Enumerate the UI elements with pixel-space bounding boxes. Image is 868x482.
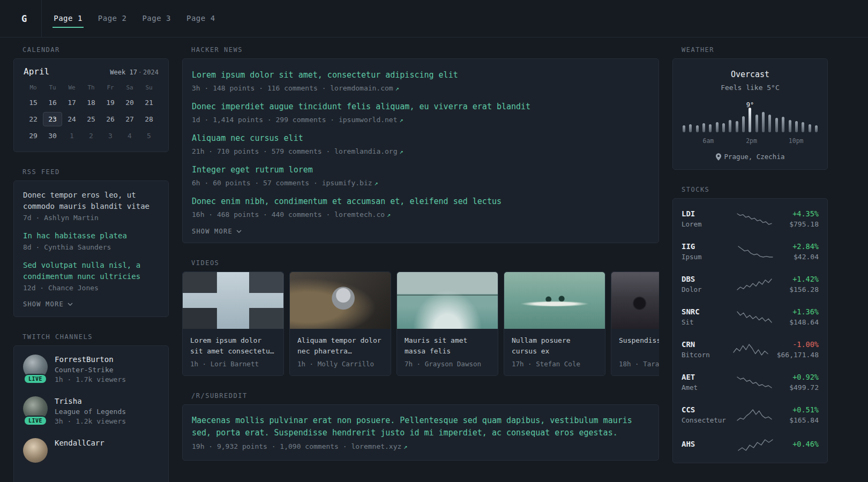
calendar-day[interactable]: 5 xyxy=(139,129,159,143)
page-tab[interactable]: Page 1 xyxy=(46,0,90,37)
stock-row[interactable]: SNRC Sit +1.36% $148.64 xyxy=(682,300,819,333)
weather-bar xyxy=(689,124,692,132)
page-tab-label: Page 1 xyxy=(53,10,84,28)
weather-feels-like: Feels like 5°C xyxy=(683,84,818,92)
stock-id: DBS Dolor xyxy=(682,275,729,293)
channel-game[interactable]: Counter-Strike xyxy=(55,366,126,374)
twitch-channel-row[interactable]: KendallCarr xyxy=(23,438,159,463)
video-thumbnail[interactable] xyxy=(290,272,391,329)
channel-name[interactable]: ForrestBurton xyxy=(55,355,126,364)
hn-item-domain-link[interactable]: ipsumworld.net↗ xyxy=(339,116,403,124)
calendar-day[interactable]: 26 xyxy=(101,112,120,126)
subreddit-post-title[interactable]: Maecenas mollis pulvinar erat non posuer… xyxy=(192,415,649,439)
calendar-day[interactable]: 19 xyxy=(101,95,120,110)
video-title[interactable]: Nullam posuere cursus ex xyxy=(512,335,597,357)
hn-item-domain-link[interactable]: ipsumify.biz↗ xyxy=(322,179,378,187)
video-thumbnail[interactable] xyxy=(183,272,283,329)
channel-name[interactable]: KendallCarr xyxy=(55,439,104,447)
calendar-day[interactable]: 25 xyxy=(81,112,101,126)
video-thumbnail[interactable] xyxy=(504,272,605,329)
hn-item-title[interactable]: Donec imperdiet augue tincidunt felis al… xyxy=(192,101,649,112)
video-meta: 1h · Molly Carrillo xyxy=(297,360,383,368)
calendar-day[interactable]: 4 xyxy=(120,129,139,143)
calendar-day[interactable]: 18 xyxy=(81,95,101,110)
app-logo[interactable]: G xyxy=(13,0,42,37)
video-thumbnail[interactable] xyxy=(397,272,498,329)
hn-item-title[interactable]: Aliquam nec cursus elit xyxy=(192,133,649,144)
calendar-day[interactable]: 1 xyxy=(62,129,81,143)
calendar-day[interactable]: 20 xyxy=(120,95,139,110)
weather-bar xyxy=(716,122,719,132)
calendar-day[interactable]: 23 xyxy=(43,112,62,126)
video-title[interactable]: Mauris sit amet massa felis xyxy=(405,335,490,357)
video-card[interactable]: Nullam posuere cursus ex 17h · Stefan Co… xyxy=(504,272,605,376)
weather-bar xyxy=(696,125,699,132)
calendar-day[interactable]: 21 xyxy=(139,95,159,110)
page-tab[interactable]: Page 3 xyxy=(134,0,178,37)
hn-list: Lorem ipsum dolor sit amet, consectetur … xyxy=(192,70,649,220)
twitch-channel-row[interactable]: LIVE ForrestBurton Counter-Strike 1h · 1… xyxy=(23,355,159,383)
hn-item-domain-link[interactable]: loremtech.co↗ xyxy=(334,210,391,219)
channel-game[interactable]: League of Legends xyxy=(55,408,126,416)
video-card[interactable]: Lorem ipsum dolor sit amet consectetu… 1… xyxy=(182,272,284,376)
calendar-weekday: Mo xyxy=(24,82,43,95)
hn-item-stats: 1d · 1,414 points · 299 comments · xyxy=(192,116,339,124)
rss-item-title[interactable]: Sed volutpat nulla nisl, a condimentum n… xyxy=(23,260,159,282)
hn-item: Aliquam nec cursus elit 21h · 710 points… xyxy=(192,133,649,156)
video-title[interactable]: Lorem ipsum dolor sit amet consectetu… xyxy=(190,335,276,357)
calendar-day[interactable]: 30 xyxy=(43,129,62,143)
hn-show-more-button[interactable]: SHOW MORE xyxy=(192,228,242,235)
stock-row[interactable]: IIG Ipsum +2.84% $42.04 xyxy=(682,235,819,268)
hacker-news-widget: HACKER NEWS Lorem ipsum dolor sit amet, … xyxy=(182,46,659,243)
stock-row[interactable]: DBS Dolor +1.42% $156.28 xyxy=(682,268,819,300)
video-card[interactable]: Suspendisse diam 18h · Tara xyxy=(611,272,659,376)
stock-row[interactable]: CCS Consectetur +0.51% $165.84 xyxy=(682,398,819,431)
rss-show-more-button[interactable]: SHOW MORE xyxy=(23,300,73,308)
video-title[interactable]: Aliquam tempor dolor nec pharetra… xyxy=(297,335,383,357)
stock-name: Bitcorn xyxy=(682,351,729,359)
twitch-channel-row[interactable]: LIVE Trisha League of Legends 3h · 1.2k … xyxy=(23,396,159,425)
calendar-day[interactable]: 29 xyxy=(24,129,43,143)
calendar-day[interactable]: 24 xyxy=(62,112,81,126)
stock-values: +4.35% $795.18 xyxy=(789,209,819,228)
hn-item-title[interactable]: Integer eget rutrum lorem xyxy=(192,164,649,176)
stock-price: $499.72 xyxy=(789,383,819,391)
video-card[interactable]: Mauris sit amet massa felis 7h · Grayson… xyxy=(396,272,498,376)
calendar-day[interactable]: 28 xyxy=(139,112,159,126)
stock-id: SNRC Sit xyxy=(682,307,729,326)
stock-id: LDI Lorem xyxy=(682,209,729,228)
subreddit-post-domain-link[interactable]: loremnet.xyz↗ xyxy=(351,442,407,450)
calendar-day[interactable]: 27 xyxy=(120,112,139,126)
chevron-down-icon xyxy=(68,303,73,306)
hn-item-title[interactable]: Lorem ipsum dolor sit amet, consectetur … xyxy=(192,70,649,81)
calendar-day[interactable]: 22 xyxy=(24,112,43,126)
stock-row[interactable]: AET Amet +0.92% $499.72 xyxy=(682,366,819,398)
hn-item-meta: 21h · 710 points · 579 comments · loreml… xyxy=(192,147,649,156)
calendar-day[interactable]: 15 xyxy=(24,95,43,110)
calendar-day[interactable]: 2 xyxy=(81,129,101,143)
hn-item-domain: ipsumify.biz xyxy=(322,179,372,187)
calendar-day[interactable]: 17 xyxy=(62,95,81,110)
hn-item-title[interactable]: Donec enim nibh, condimentum et accumsan… xyxy=(192,196,649,207)
page-tab[interactable]: Page 4 xyxy=(179,0,223,37)
calendar-day[interactable]: 3 xyxy=(101,129,120,143)
video-thumbnail[interactable] xyxy=(611,272,659,329)
stock-row[interactable]: AHS +0.46% xyxy=(682,431,819,459)
video-title[interactable]: Suspendisse diam xyxy=(619,335,659,357)
channel-name[interactable]: Trisha xyxy=(55,397,126,405)
calendar-day[interactable]: 16 xyxy=(43,95,62,110)
video-card-body: Mauris sit amet massa felis 7h · Grayson… xyxy=(397,329,498,375)
weather-bar xyxy=(789,120,791,132)
rss-item-title[interactable]: Donec tempor eros leo, ut commodo mauris… xyxy=(23,190,159,212)
hn-item-stats: 21h · 710 points · 579 comments · xyxy=(192,147,334,155)
stock-row[interactable]: LDI Lorem +4.35% $795.18 xyxy=(682,202,819,235)
calendar-header-row: April Week 17·2024 xyxy=(24,66,159,77)
hn-item-domain-link[interactable]: loremlandia.org↗ xyxy=(334,147,403,155)
rss-item: Sed volutpat nulla nisl, a condimentum n… xyxy=(23,260,159,292)
hn-item-domain-link[interactable]: loremdomain.com↗ xyxy=(330,84,399,92)
video-card[interactable]: Aliquam tempor dolor nec pharetra… 1h · … xyxy=(289,272,391,376)
rss-item-title[interactable]: In hac habitasse platea xyxy=(23,230,159,242)
stock-row[interactable]: CRN Bitcorn -1.00% $66,171.48 xyxy=(682,333,819,366)
page-tab[interactable]: Page 2 xyxy=(91,0,134,37)
stock-sparkline xyxy=(737,277,772,291)
